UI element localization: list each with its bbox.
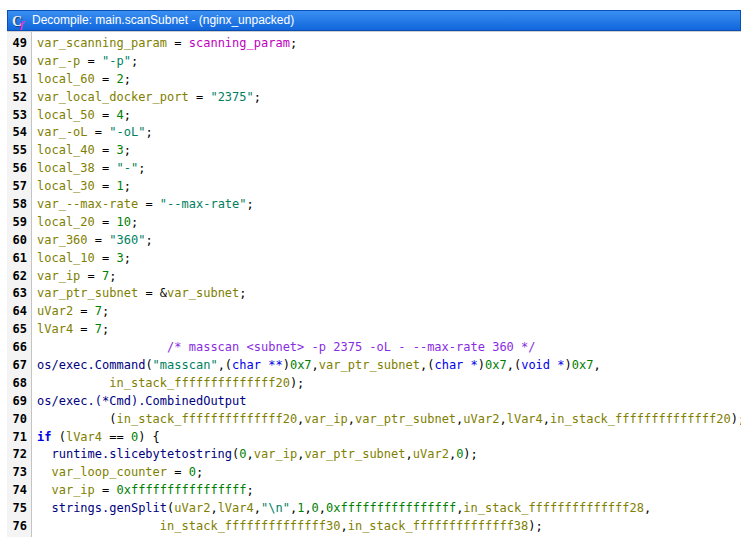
token-pln[interactable]: (	[51, 430, 65, 444]
token-num[interactable]: 7	[95, 304, 102, 318]
token-fn[interactable]: strings.genSplit	[51, 501, 167, 515]
token-var[interactable]: uVar2	[37, 304, 73, 318]
token-par[interactable]: scanning_param	[189, 36, 290, 50]
token-pln[interactable]: ,	[593, 358, 600, 372]
token-var[interactable]: local_38	[37, 161, 95, 175]
token-pln[interactable]: ;	[102, 322, 109, 336]
token-pln[interactable]: = &	[138, 286, 167, 300]
code-line[interactable]: 59local_20 = 10;	[7, 214, 741, 232]
token-pln[interactable]	[37, 483, 51, 497]
token-var[interactable]: var_ip	[304, 412, 347, 426]
token-str[interactable]: "-oL"	[109, 125, 145, 139]
token-num[interactable]: 10	[116, 215, 130, 229]
token-pln[interactable]: =	[88, 233, 110, 247]
token-pln[interactable]	[37, 376, 109, 390]
token-pln[interactable]: =	[95, 179, 117, 193]
token-num[interactable]: 0	[239, 447, 246, 461]
code-line[interactable]: 53local_50 = 4;	[7, 107, 741, 125]
code-line[interactable]: 72 runtime.slicebytetostring(0,var_ip,va…	[7, 446, 741, 464]
token-pln[interactable]: ,	[348, 412, 355, 426]
token-pln[interactable]: ;	[290, 36, 297, 50]
token-pln[interactable]	[37, 465, 51, 479]
token-var[interactable]: local_20	[37, 215, 95, 229]
token-str[interactable]: "360"	[109, 233, 145, 247]
token-pln[interactable]: ;	[247, 197, 254, 211]
token-num[interactable]: 3	[116, 251, 123, 265]
token-var[interactable]: lVar4	[37, 322, 73, 336]
token-pln[interactable]: ;	[145, 233, 152, 247]
token-pln[interactable]: ;	[239, 286, 246, 300]
token-var[interactable]: in_stack_ffffffffffffff20	[109, 376, 290, 390]
token-kw[interactable]: if	[37, 430, 51, 444]
token-pln[interactable]: =	[167, 36, 189, 50]
code-line[interactable]: 64uVar2 = 7;	[7, 303, 741, 321]
token-var[interactable]: in_stack_ffffffffffffff28	[463, 501, 644, 515]
code-line[interactable]: 74 var_ip = 0xffffffffffffffff;	[7, 482, 741, 500]
token-pln[interactable]: ,	[319, 501, 326, 515]
token-com[interactable]: /* masscan <subnet> -p 2375 -oL - --max-…	[37, 340, 536, 354]
token-pln[interactable]: =	[138, 197, 160, 211]
token-fn[interactable]: os/exec.(*Cmd).CombinedOutput	[37, 394, 247, 408]
token-var[interactable]: uVar2	[413, 447, 449, 461]
token-var[interactable]: var_ip	[254, 447, 297, 461]
token-pln[interactable]: ,	[543, 412, 550, 426]
code-line[interactable]: 56local_38 = "-";	[7, 160, 741, 178]
token-pln[interactable]: ;	[145, 125, 152, 139]
token-pln[interactable]: );	[528, 519, 542, 533]
token-pln[interactable]: ;	[109, 269, 116, 283]
token-pln[interactable]: =	[167, 465, 189, 479]
code-line[interactable]: 69os/exec.(*Cmd).CombinedOutput	[7, 393, 741, 411]
token-var[interactable]: local_40	[37, 143, 95, 157]
token-pln[interactable]: ;	[124, 72, 131, 86]
token-var[interactable]: var_ptr_subnet	[355, 412, 456, 426]
code-line[interactable]: 68 in_stack_ffffffffffffff20);	[7, 375, 741, 393]
token-var[interactable]: uVar2	[463, 412, 499, 426]
token-var[interactable]: in_stack_ffffffffffffff20	[550, 412, 731, 426]
token-var[interactable]: local_30	[37, 179, 95, 193]
token-typ[interactable]: char *	[434, 358, 477, 372]
token-pln[interactable]: =	[189, 90, 211, 104]
decompiled-code-area[interactable]: 49var_scanning_param = scanning_param;50…	[7, 31, 741, 537]
code-line[interactable]: 66 /* masscan <subnet> -p 2375 -oL - --m…	[7, 339, 741, 357]
token-var[interactable]: in_stack_ffffffffffffff20	[116, 412, 297, 426]
token-pln[interactable]: =	[95, 483, 117, 497]
token-pln[interactable]: ;	[124, 108, 131, 122]
code-line[interactable]: 55local_40 = 3;	[7, 142, 741, 160]
token-var[interactable]: in_stack_ffffffffffffff30	[160, 519, 341, 533]
code-line[interactable]: 54var_-oL = "-oL";	[7, 124, 741, 142]
token-fn[interactable]: os/exec.Command	[37, 358, 145, 372]
token-str[interactable]: "\n"	[261, 501, 290, 515]
token-var[interactable]: var_scanning_param	[37, 36, 167, 50]
token-var[interactable]: var_local_docker_port	[37, 90, 189, 104]
token-pln[interactable]: =	[95, 143, 117, 157]
token-pln[interactable]: ,	[406, 447, 413, 461]
token-var[interactable]: lVar4	[218, 501, 254, 515]
code-line[interactable]: 51local_60 = 2;	[7, 71, 741, 89]
token-str[interactable]: "--max-rate"	[160, 197, 247, 211]
token-var[interactable]: var_ptr_subnet	[304, 447, 405, 461]
token-typ[interactable]: char **	[232, 358, 283, 372]
panel-titlebar[interactable]: C f Decompile: main.scanSubnet - (nginx_…	[7, 10, 741, 31]
code-line[interactable]: 73 var_loop_counter = 0;	[7, 464, 741, 482]
token-pln[interactable]: =	[73, 322, 95, 336]
token-var[interactable]: local_10	[37, 251, 95, 265]
token-pln[interactable]: ;	[102, 304, 109, 318]
token-var[interactable]: var_--max-rate	[37, 197, 138, 211]
token-var[interactable]: var_loop_counter	[51, 465, 167, 479]
code-line[interactable]: 58var_--max-rate = "--max-rate";	[7, 196, 741, 214]
token-var[interactable]: lVar4	[507, 412, 543, 426]
token-pln[interactable]: =	[95, 108, 117, 122]
token-var[interactable]: var_ptr_subnet	[319, 358, 420, 372]
token-pln[interactable]: ;	[254, 90, 261, 104]
token-pln[interactable]: );	[290, 376, 304, 390]
token-pln[interactable]: ) {	[138, 430, 160, 444]
token-pln[interactable]: ;	[247, 483, 254, 497]
token-pln[interactable]: ,	[254, 501, 261, 515]
token-pln[interactable]: ==	[102, 430, 131, 444]
token-pln[interactable]	[37, 447, 51, 461]
token-pln[interactable]: ,	[312, 358, 319, 372]
token-pln[interactable]: =	[80, 54, 102, 68]
token-num[interactable]: 3	[116, 143, 123, 157]
token-var[interactable]: local_60	[37, 72, 95, 86]
token-pln[interactable]: =	[80, 269, 102, 283]
